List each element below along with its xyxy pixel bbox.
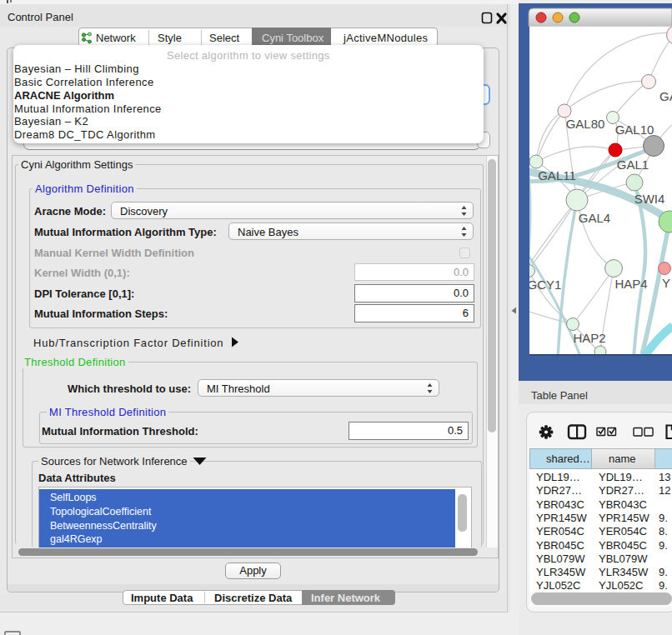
svg-text:GAL1: GAL1 <box>617 158 649 172</box>
svg-text:GCY1: GCY1 <box>528 278 562 292</box>
svg-text:Y: Y <box>662 276 670 290</box>
svg-text:GAL4: GAL4 <box>579 211 610 225</box>
svg-text:GAL80: GAL80 <box>566 117 605 131</box>
svg-text:SWI4: SWI4 <box>634 192 665 206</box>
svg-text:GAL10: GAL10 <box>615 122 654 137</box>
svg-text:GAL7: GAL7 <box>659 89 672 103</box>
svg-text:GAL11: GAL11 <box>538 168 576 182</box>
svg-text:HAP2: HAP2 <box>573 331 605 345</box>
svg-text:HAP4: HAP4 <box>614 277 647 291</box>
